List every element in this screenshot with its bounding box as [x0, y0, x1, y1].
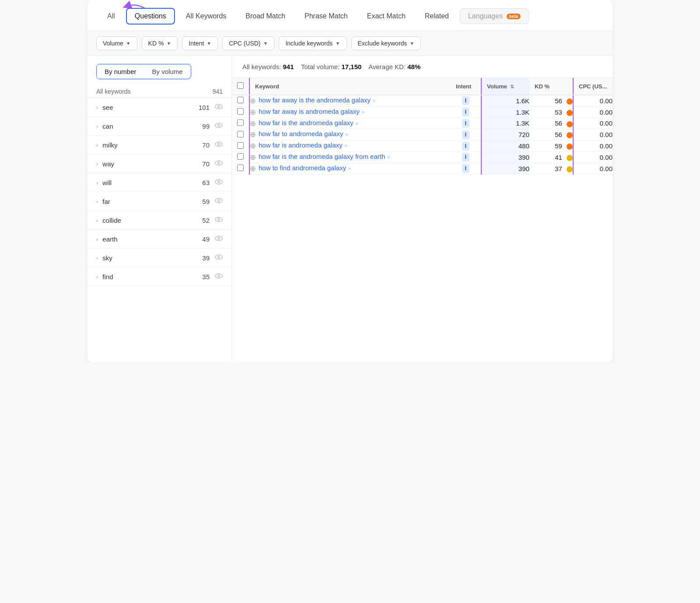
row-checkbox[interactable]: [237, 119, 244, 126]
sidebar-item[interactable]: › far 59: [88, 192, 231, 211]
intent-filter[interactable]: Intent ▼: [182, 36, 218, 50]
eye-icon[interactable]: [215, 235, 223, 243]
keyword-arrows: »: [348, 165, 351, 172]
tab-all-keywords[interactable]: All Keywords: [178, 8, 234, 24]
sidebar-item[interactable]: › can 99: [88, 117, 231, 136]
th-keyword: Keyword: [249, 78, 451, 95]
svg-point-17: [218, 256, 220, 258]
row-checkbox[interactable]: [237, 108, 244, 115]
keyword-cell: ⊕ how far is the andromeda galaxy »: [249, 118, 451, 129]
sidebar-item[interactable]: › see 101: [88, 98, 231, 117]
keyword-link[interactable]: ⊕ how far is andromeda galaxy »: [250, 140, 451, 151]
svg-point-18: [215, 273, 222, 278]
row-checkbox[interactable]: [237, 142, 244, 149]
kd-dot: [567, 155, 573, 161]
by-number-toggle[interactable]: By number: [97, 64, 144, 79]
table-row: ⊕ how far is andromeda galaxy » I 480 59…: [232, 140, 612, 152]
sidebar-item[interactable]: › earth 49: [88, 230, 231, 249]
svg-point-4: [215, 142, 222, 147]
include-keywords-filter[interactable]: Include keywords ▼: [279, 36, 346, 50]
kd-filter[interactable]: KD % ▼: [142, 36, 178, 50]
eye-icon[interactable]: [215, 197, 223, 205]
svg-point-0: [215, 104, 222, 109]
sidebar-keyword-text: sky: [102, 254, 202, 262]
expand-chevron-icon: ›: [96, 236, 98, 242]
sidebar-item[interactable]: › sky 39: [88, 249, 231, 267]
volume-filter[interactable]: Volume ▼: [96, 36, 137, 50]
volume-cell: 1.3K: [481, 106, 529, 118]
row-checkbox[interactable]: [237, 131, 244, 137]
row-checkbox[interactable]: [237, 165, 244, 171]
sidebar-keyword-count: 70: [202, 141, 210, 149]
total-volume-label: Total volume:: [301, 63, 340, 70]
eye-icon[interactable]: [215, 216, 223, 224]
sidebar-item[interactable]: › milky 70: [88, 136, 231, 154]
keyword-link[interactable]: ⊕ how far away is andromeda galaxy »: [250, 107, 451, 118]
keyword-cell: ⊕ how far away is the andromeda galaxy »: [249, 95, 451, 106]
sidebar-keyword-count: 99: [202, 123, 210, 130]
kd-cell: 37: [529, 163, 573, 174]
by-volume-toggle[interactable]: By volume: [144, 64, 191, 79]
kd-cell: 59: [529, 140, 573, 152]
sidebar-keyword-text: far: [102, 198, 202, 205]
sidebar-item[interactable]: › find 35: [88, 267, 231, 286]
keyword-arrows: »: [355, 120, 358, 126]
row-checkbox[interactable]: [237, 153, 244, 160]
table-body: ⊕ how far away is the andromeda galaxy »…: [232, 95, 612, 174]
tab-all[interactable]: All: [99, 8, 123, 24]
tab-related[interactable]: Related: [416, 8, 457, 24]
eye-icon[interactable]: [215, 122, 223, 130]
kd-dot: [567, 110, 573, 116]
keyword-link[interactable]: ⊕ how far away is the andromeda galaxy »: [250, 95, 451, 106]
cpc-filter[interactable]: CPC (USD) ▼: [222, 36, 274, 50]
select-all-checkbox[interactable]: [237, 82, 244, 89]
eye-icon[interactable]: [215, 273, 223, 280]
tab-phrase-match[interactable]: Phrase Match: [296, 8, 356, 24]
keyword-arrows: »: [372, 97, 375, 104]
expand-chevron-icon: ›: [96, 255, 98, 261]
sidebar-item[interactable]: › collide 52: [88, 211, 231, 230]
chevron-down-icon: ▼: [410, 41, 414, 46]
sidebar-item[interactable]: › will 63: [88, 173, 231, 192]
keyword-link[interactable]: ⊕ how to find andromeda galaxy »: [250, 163, 451, 174]
kd-dot: [567, 121, 573, 127]
avg-kd-label: Average KD:: [368, 63, 406, 70]
eye-icon[interactable]: [215, 179, 223, 186]
table-row: ⊕ how far away is the andromeda galaxy »…: [232, 95, 612, 106]
svg-point-7: [218, 162, 220, 164]
svg-point-19: [218, 275, 220, 277]
volume-cell: 720: [481, 129, 529, 140]
exclude-keywords-filter[interactable]: Exclude keywords ▼: [351, 36, 421, 50]
svg-point-6: [215, 161, 222, 165]
tab-languages[interactable]: Languages beta: [460, 8, 529, 24]
eye-icon[interactable]: [215, 254, 223, 262]
all-keywords-label: All keywords:: [242, 63, 281, 70]
tab-questions[interactable]: Questions: [126, 8, 175, 25]
toggle-group: By number By volume: [96, 64, 191, 79]
intent-badge: I: [462, 119, 469, 128]
keyword-link[interactable]: ⊕ how far is the andromeda galaxy from e…: [250, 152, 451, 163]
keyword-link[interactable]: ⊕ how far is the andromeda galaxy »: [250, 118, 451, 129]
sidebar-keyword-text: find: [102, 273, 202, 280]
eye-icon[interactable]: [215, 141, 223, 149]
sort-icon[interactable]: ⇅: [510, 84, 514, 89]
row-checkbox[interactable]: [237, 97, 244, 103]
eye-icon[interactable]: [215, 103, 223, 111]
sidebar-keyword-count: 59: [202, 198, 210, 205]
svg-point-2: [215, 123, 222, 128]
sidebar-header: By number By volume: [88, 56, 231, 84]
keyword-cell: ⊕ how far is the andromeda galaxy from e…: [249, 151, 451, 163]
keyword-text: how far away is the andromeda galaxy »: [259, 95, 375, 105]
cpc-cell: 0.00: [573, 106, 612, 118]
eye-icon[interactable]: [215, 160, 223, 168]
cpc-cell: 0.00: [573, 140, 612, 152]
chevron-down-icon: ▼: [166, 41, 171, 46]
table-row: ⊕ how far is the andromeda galaxy » I 1.…: [232, 118, 612, 129]
intent-badge: I: [462, 96, 469, 105]
sidebar-item[interactable]: › way 70: [88, 154, 231, 173]
table-row: ⊕ how far is the andromeda galaxy from e…: [232, 151, 612, 163]
intent-badge: I: [462, 153, 469, 161]
tab-exact-match[interactable]: Exact Match: [359, 8, 414, 24]
keyword-link[interactable]: ⊕ how far to andromeda galaxy »: [250, 129, 451, 140]
tab-broad-match[interactable]: Broad Match: [237, 8, 294, 24]
